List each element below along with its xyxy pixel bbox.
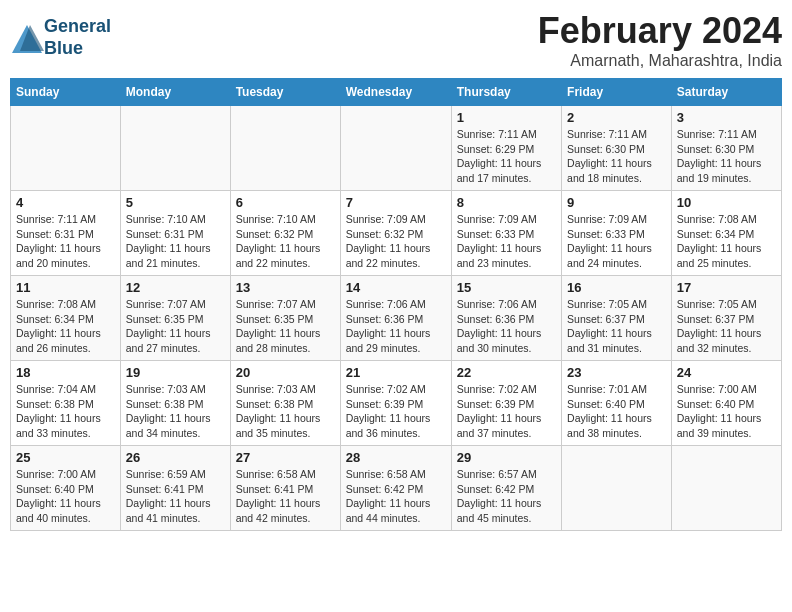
day-number: 11 [16,280,115,295]
day-info: Sunrise: 7:09 AM Sunset: 6:32 PM Dayligh… [346,212,446,271]
calendar-cell: 9Sunrise: 7:09 AM Sunset: 6:33 PM Daylig… [562,191,672,276]
week-row-2: 4Sunrise: 7:11 AM Sunset: 6:31 PM Daylig… [11,191,782,276]
calendar-cell: 13Sunrise: 7:07 AM Sunset: 6:35 PM Dayli… [230,276,340,361]
day-number: 13 [236,280,335,295]
logo-text: General Blue [44,16,111,59]
day-number: 1 [457,110,556,125]
calendar-cell: 24Sunrise: 7:00 AM Sunset: 6:40 PM Dayli… [671,361,781,446]
weekday-header-row: SundayMondayTuesdayWednesdayThursdayFrid… [11,79,782,106]
day-info: Sunrise: 7:06 AM Sunset: 6:36 PM Dayligh… [346,297,446,356]
calendar-cell: 14Sunrise: 7:06 AM Sunset: 6:36 PM Dayli… [340,276,451,361]
calendar-cell: 3Sunrise: 7:11 AM Sunset: 6:30 PM Daylig… [671,106,781,191]
day-info: Sunrise: 6:58 AM Sunset: 6:41 PM Dayligh… [236,467,335,526]
calendar-cell: 19Sunrise: 7:03 AM Sunset: 6:38 PM Dayli… [120,361,230,446]
calendar-cell: 10Sunrise: 7:08 AM Sunset: 6:34 PM Dayli… [671,191,781,276]
logo-icon [10,23,40,53]
day-info: Sunrise: 7:11 AM Sunset: 6:30 PM Dayligh… [567,127,666,186]
calendar-cell: 17Sunrise: 7:05 AM Sunset: 6:37 PM Dayli… [671,276,781,361]
day-number: 23 [567,365,666,380]
weekday-header-saturday: Saturday [671,79,781,106]
day-info: Sunrise: 7:03 AM Sunset: 6:38 PM Dayligh… [236,382,335,441]
calendar-cell: 20Sunrise: 7:03 AM Sunset: 6:38 PM Dayli… [230,361,340,446]
weekday-header-monday: Monday [120,79,230,106]
week-row-1: 1Sunrise: 7:11 AM Sunset: 6:29 PM Daylig… [11,106,782,191]
calendar-cell: 11Sunrise: 7:08 AM Sunset: 6:34 PM Dayli… [11,276,121,361]
calendar-cell: 23Sunrise: 7:01 AM Sunset: 6:40 PM Dayli… [562,361,672,446]
day-number: 29 [457,450,556,465]
day-number: 2 [567,110,666,125]
calendar-cell: 7Sunrise: 7:09 AM Sunset: 6:32 PM Daylig… [340,191,451,276]
day-number: 12 [126,280,225,295]
day-info: Sunrise: 7:11 AM Sunset: 6:29 PM Dayligh… [457,127,556,186]
day-number: 22 [457,365,556,380]
day-number: 18 [16,365,115,380]
day-info: Sunrise: 7:02 AM Sunset: 6:39 PM Dayligh… [346,382,446,441]
week-row-4: 18Sunrise: 7:04 AM Sunset: 6:38 PM Dayli… [11,361,782,446]
day-number: 24 [677,365,776,380]
calendar-cell: 4Sunrise: 7:11 AM Sunset: 6:31 PM Daylig… [11,191,121,276]
day-info: Sunrise: 7:09 AM Sunset: 6:33 PM Dayligh… [457,212,556,271]
day-number: 28 [346,450,446,465]
day-info: Sunrise: 7:05 AM Sunset: 6:37 PM Dayligh… [567,297,666,356]
calendar-cell: 27Sunrise: 6:58 AM Sunset: 6:41 PM Dayli… [230,446,340,531]
day-info: Sunrise: 7:11 AM Sunset: 6:31 PM Dayligh… [16,212,115,271]
calendar-cell: 5Sunrise: 7:10 AM Sunset: 6:31 PM Daylig… [120,191,230,276]
day-info: Sunrise: 7:07 AM Sunset: 6:35 PM Dayligh… [126,297,225,356]
calendar-cell [120,106,230,191]
calendar-cell: 29Sunrise: 6:57 AM Sunset: 6:42 PM Dayli… [451,446,561,531]
day-number: 26 [126,450,225,465]
day-info: Sunrise: 7:10 AM Sunset: 6:32 PM Dayligh… [236,212,335,271]
calendar-cell: 25Sunrise: 7:00 AM Sunset: 6:40 PM Dayli… [11,446,121,531]
day-info: Sunrise: 6:57 AM Sunset: 6:42 PM Dayligh… [457,467,556,526]
calendar-cell: 8Sunrise: 7:09 AM Sunset: 6:33 PM Daylig… [451,191,561,276]
calendar-cell: 21Sunrise: 7:02 AM Sunset: 6:39 PM Dayli… [340,361,451,446]
calendar-cell: 22Sunrise: 7:02 AM Sunset: 6:39 PM Dayli… [451,361,561,446]
day-info: Sunrise: 7:10 AM Sunset: 6:31 PM Dayligh… [126,212,225,271]
day-number: 27 [236,450,335,465]
day-info: Sunrise: 7:04 AM Sunset: 6:38 PM Dayligh… [16,382,115,441]
calendar-cell: 6Sunrise: 7:10 AM Sunset: 6:32 PM Daylig… [230,191,340,276]
day-info: Sunrise: 7:01 AM Sunset: 6:40 PM Dayligh… [567,382,666,441]
calendar-cell: 15Sunrise: 7:06 AM Sunset: 6:36 PM Dayli… [451,276,561,361]
day-number: 10 [677,195,776,210]
title-section: February 2024 Amarnath, Maharashtra, Ind… [538,10,782,70]
calendar-cell [11,106,121,191]
day-info: Sunrise: 6:58 AM Sunset: 6:42 PM Dayligh… [346,467,446,526]
weekday-header-tuesday: Tuesday [230,79,340,106]
day-info: Sunrise: 7:03 AM Sunset: 6:38 PM Dayligh… [126,382,225,441]
day-info: Sunrise: 7:06 AM Sunset: 6:36 PM Dayligh… [457,297,556,356]
calendar-cell: 2Sunrise: 7:11 AM Sunset: 6:30 PM Daylig… [562,106,672,191]
day-number: 17 [677,280,776,295]
calendar-cell: 12Sunrise: 7:07 AM Sunset: 6:35 PM Dayli… [120,276,230,361]
day-number: 21 [346,365,446,380]
day-number: 14 [346,280,446,295]
calendar-cell: 18Sunrise: 7:04 AM Sunset: 6:38 PM Dayli… [11,361,121,446]
week-row-3: 11Sunrise: 7:08 AM Sunset: 6:34 PM Dayli… [11,276,782,361]
day-info: Sunrise: 7:08 AM Sunset: 6:34 PM Dayligh… [16,297,115,356]
calendar-cell [562,446,672,531]
weekday-header-friday: Friday [562,79,672,106]
page-header: General Blue February 2024 Amarnath, Mah… [10,10,782,70]
calendar-cell: 16Sunrise: 7:05 AM Sunset: 6:37 PM Dayli… [562,276,672,361]
calendar-cell [340,106,451,191]
day-number: 4 [16,195,115,210]
day-info: Sunrise: 7:11 AM Sunset: 6:30 PM Dayligh… [677,127,776,186]
day-number: 9 [567,195,666,210]
day-info: Sunrise: 6:59 AM Sunset: 6:41 PM Dayligh… [126,467,225,526]
weekday-header-thursday: Thursday [451,79,561,106]
day-number: 20 [236,365,335,380]
day-info: Sunrise: 7:07 AM Sunset: 6:35 PM Dayligh… [236,297,335,356]
day-info: Sunrise: 7:00 AM Sunset: 6:40 PM Dayligh… [677,382,776,441]
location-title: Amarnath, Maharashtra, India [538,52,782,70]
day-number: 3 [677,110,776,125]
day-number: 8 [457,195,556,210]
day-number: 25 [16,450,115,465]
week-row-5: 25Sunrise: 7:00 AM Sunset: 6:40 PM Dayli… [11,446,782,531]
calendar-cell [230,106,340,191]
month-title: February 2024 [538,10,782,52]
day-number: 19 [126,365,225,380]
day-info: Sunrise: 7:05 AM Sunset: 6:37 PM Dayligh… [677,297,776,356]
calendar-cell: 28Sunrise: 6:58 AM Sunset: 6:42 PM Dayli… [340,446,451,531]
day-info: Sunrise: 7:09 AM Sunset: 6:33 PM Dayligh… [567,212,666,271]
calendar-table: SundayMondayTuesdayWednesdayThursdayFrid… [10,78,782,531]
